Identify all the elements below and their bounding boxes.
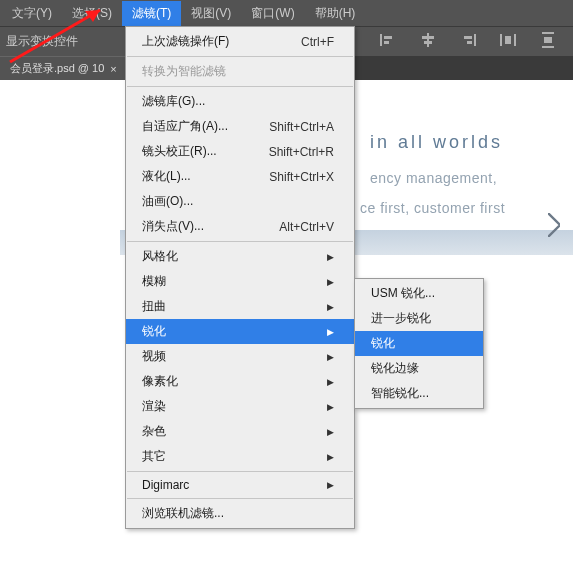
menu-noise[interactable]: 杂色▶ [126, 419, 354, 444]
chevron-right-icon: ▶ [327, 402, 334, 412]
svg-rect-10 [514, 34, 516, 46]
chevron-right-icon: ▶ [327, 302, 334, 312]
bg-text-line3: ce first, customer first [360, 200, 505, 216]
menu-liquify[interactable]: 液化(L)...Shift+Ctrl+X [126, 164, 354, 189]
svg-rect-8 [467, 41, 472, 44]
menu-convert-smart[interactable]: 转换为智能滤镜 [126, 59, 354, 84]
menu-filter-gallery[interactable]: 滤镜库(G)... [126, 89, 354, 114]
submenu-sharpen-more[interactable]: 进一步锐化 [355, 306, 483, 331]
svg-rect-9 [500, 34, 502, 46]
menu-separator [127, 86, 353, 87]
menu-separator [127, 56, 353, 57]
chevron-right-icon: ▶ [327, 427, 334, 437]
close-icon[interactable]: × [110, 63, 116, 75]
bg-text-headline: in all worlds [370, 132, 503, 153]
menu-video[interactable]: 视频▶ [126, 344, 354, 369]
svg-rect-12 [542, 32, 554, 34]
menu-adaptive-wide[interactable]: 自适应广角(A)...Shift+Ctrl+A [126, 114, 354, 139]
menu-separator [127, 471, 353, 472]
menu-stylize[interactable]: 风格化▶ [126, 244, 354, 269]
svg-rect-2 [384, 41, 389, 44]
chevron-right-icon: ▶ [327, 277, 334, 287]
menu-browse-online[interactable]: 浏览联机滤镜... [126, 501, 354, 526]
svg-rect-5 [424, 41, 432, 44]
menu-separator [127, 498, 353, 499]
menu-last-filter-shortcut: Ctrl+F [301, 35, 334, 49]
chevron-right-icon: ▶ [327, 480, 334, 490]
chevron-right-icon: ▶ [327, 252, 334, 262]
show-transform-controls-label: 显示变换控件 [6, 33, 78, 50]
svg-rect-4 [422, 36, 434, 39]
submenu-usm[interactable]: USM 锐化... [355, 281, 483, 306]
menu-lens-correction[interactable]: 镜头校正(R)...Shift+Ctrl+R [126, 139, 354, 164]
svg-rect-11 [505, 36, 511, 44]
filter-menu-dropdown: 上次滤镜操作(F) Ctrl+F 转换为智能滤镜 滤镜库(G)... 自适应广角… [125, 26, 355, 529]
distribute-v-icon[interactable] [539, 31, 557, 52]
menu-view[interactable]: 视图(V) [181, 1, 241, 26]
menu-oilpaint[interactable]: 油画(O)... [126, 189, 354, 214]
menu-filter[interactable]: 滤镜(T) [122, 1, 181, 26]
menu-window[interactable]: 窗口(W) [241, 1, 304, 26]
menubar: 文字(Y) 选择(S) 滤镜(T) 视图(V) 窗口(W) 帮助(H) [0, 0, 573, 26]
menu-other[interactable]: 其它▶ [126, 444, 354, 469]
menu-sharpen[interactable]: 锐化▶ [126, 319, 354, 344]
svg-rect-6 [474, 34, 476, 46]
menu-select[interactable]: 选择(S) [62, 1, 122, 26]
menu-separator [127, 241, 353, 242]
svg-rect-1 [384, 36, 392, 39]
menu-pixelate[interactable]: 像素化▶ [126, 369, 354, 394]
submenu-smart-sharpen[interactable]: 智能锐化... [355, 381, 483, 406]
bg-text-line2: ency management, [370, 170, 497, 186]
align-left-icon[interactable] [379, 31, 397, 52]
sharpen-submenu: USM 锐化... 进一步锐化 锐化 锐化边缘 智能锐化... [354, 278, 484, 409]
carousel-next-icon[interactable] [545, 210, 563, 240]
chevron-right-icon: ▶ [327, 327, 334, 337]
menu-text[interactable]: 文字(Y) [2, 1, 62, 26]
submenu-sharpen[interactable]: 锐化 [355, 331, 483, 356]
menu-last-filter-label: 上次滤镜操作(F) [142, 33, 229, 50]
align-center-h-icon[interactable] [419, 31, 437, 52]
svg-rect-0 [380, 34, 382, 46]
svg-rect-3 [427, 33, 429, 47]
menu-digimarc[interactable]: Digimarc▶ [126, 474, 354, 496]
menu-last-filter[interactable]: 上次滤镜操作(F) Ctrl+F [126, 29, 354, 54]
menu-vanishing-point[interactable]: 消失点(V)...Alt+Ctrl+V [126, 214, 354, 239]
menu-distort[interactable]: 扭曲▶ [126, 294, 354, 319]
align-right-icon[interactable] [459, 31, 477, 52]
chevron-right-icon: ▶ [327, 377, 334, 387]
menu-help[interactable]: 帮助(H) [305, 1, 366, 26]
menu-blur[interactable]: 模糊▶ [126, 269, 354, 294]
document-tab[interactable]: 会员登录.psd @ 10 × [0, 56, 127, 80]
chevron-right-icon: ▶ [327, 352, 334, 362]
distribute-h-icon[interactable] [499, 31, 517, 52]
svg-rect-14 [544, 37, 552, 43]
chevron-right-icon: ▶ [327, 452, 334, 462]
menu-render[interactable]: 渲染▶ [126, 394, 354, 419]
document-tab-label: 会员登录.psd @ 10 [10, 61, 104, 76]
svg-rect-7 [464, 36, 472, 39]
submenu-sharpen-edges[interactable]: 锐化边缘 [355, 356, 483, 381]
svg-rect-13 [542, 46, 554, 48]
